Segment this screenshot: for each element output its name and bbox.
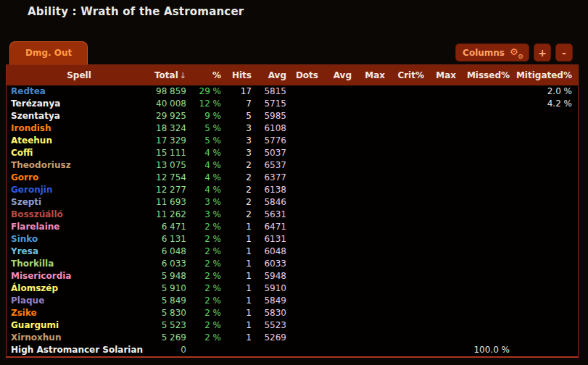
player-name[interactable]: High Astromancer Solarian [11, 345, 143, 355]
cell-max2 [430, 258, 462, 270]
table-row: Xirnoxhun5 2692 %15269 [7, 332, 578, 344]
cell-max [357, 172, 391, 184]
cell-crit [391, 258, 430, 270]
player-name[interactable]: Irondish [11, 123, 51, 133]
table-row: Theodoriusz13 0754 %26537 [7, 159, 578, 172]
player-name[interactable]: Yresa [11, 246, 38, 256]
column-header-[interactable]: % [192, 65, 227, 85]
player-name-cell: Guargumi [7, 319, 152, 332]
remove-column-button[interactable]: - [555, 43, 573, 62]
player-name[interactable]: Theodoriusz [11, 160, 71, 170]
cell-max [357, 258, 391, 270]
cell-pct: 9 % [192, 110, 227, 122]
table-row: Guargumi5 5232 %15523 [7, 319, 578, 332]
column-header-hits[interactable]: Hits [227, 65, 257, 85]
cell-missed [462, 98, 515, 110]
cell-crit [391, 110, 430, 122]
header-row: SpellTotal↓%HitsAvgDotsAvgMaxCrit%MaxMis… [7, 65, 578, 85]
cell-total: 98 859 [152, 85, 192, 98]
cell-avg: 5948 [257, 270, 292, 282]
player-name[interactable]: Coffi [11, 148, 33, 158]
table-row: Misericordia5 9482 %15948 [7, 270, 578, 282]
cell-missed [462, 221, 515, 233]
player-name[interactable]: Xirnoxhun [11, 332, 61, 343]
column-header-max-2[interactable]: Max [430, 65, 462, 85]
table-row: Geronjin12 2774 %26138 [7, 184, 578, 196]
column-header-mitigated[interactable]: Mitigated% [515, 65, 578, 85]
cell-hits: 1 [227, 282, 257, 295]
cell-avg2 [324, 209, 357, 221]
cell-avg [257, 344, 292, 356]
cell-dots [292, 196, 324, 209]
player-name[interactable]: Szentatya [11, 111, 60, 121]
player-name[interactable]: Sinko [11, 234, 38, 244]
cell-missed: 100.0 % [462, 344, 515, 356]
table-row: Thorkilla6 0332 %16033 [7, 258, 578, 270]
damage-panel: Dmg. Out Columns ⚙⚙ + - SpellTotal↓%Hits… [6, 41, 579, 358]
cell-hits: 2 [227, 196, 257, 209]
player-name[interactable]: Thorkilla [11, 259, 54, 269]
player-name[interactable]: Álomszép [11, 283, 58, 293]
add-column-button[interactable]: + [534, 43, 551, 62]
cell-max [357, 307, 391, 319]
cell-crit [391, 233, 430, 246]
player-name[interactable]: Guargumi [11, 320, 59, 330]
cell-mitigated [515, 282, 578, 295]
column-header-dots[interactable]: Dots [292, 65, 324, 85]
column-header-avg[interactable]: Avg [257, 65, 292, 85]
cell-max2 [430, 307, 462, 319]
cell-mitigated [515, 295, 578, 307]
cell-max2 [430, 221, 462, 233]
cell-avg: 5815 [257, 85, 292, 98]
table-row: Irondish18 3245 %36108 [7, 122, 578, 135]
cell-pct: 2 % [192, 258, 227, 270]
player-name-cell: Geronjin [7, 184, 152, 196]
cell-max [357, 221, 391, 233]
player-name[interactable]: Flarelaine [11, 222, 59, 232]
player-name[interactable]: Szepti [11, 197, 41, 207]
cell-max [357, 270, 391, 282]
player-name[interactable]: Misericordia [11, 271, 71, 281]
cell-avg: 6471 [257, 221, 292, 233]
page-title: Ability : Wrath of the Astromancer [28, 5, 244, 18]
cell-crit [391, 319, 430, 332]
table-row: Ateehun17 3295 %35776 [7, 135, 578, 147]
cell-mitigated [515, 221, 578, 233]
player-name[interactable]: Bosszúálló [11, 209, 63, 219]
cell-crit [391, 307, 430, 319]
player-name[interactable]: Redtea [11, 86, 46, 96]
column-header-max-2[interactable]: Max [357, 65, 391, 85]
columns-button[interactable]: Columns ⚙⚙ [455, 43, 529, 62]
column-header-total[interactable]: Total↓ [152, 65, 192, 85]
player-name[interactable]: Geronjin [11, 185, 52, 195]
cell-hits: 7 [227, 98, 257, 110]
player-name[interactable]: Terézanya [11, 98, 60, 109]
column-header-crit[interactable]: Crit% [391, 65, 430, 85]
cell-pct: 3 % [192, 196, 227, 209]
table-body: Redtea98 85929 %1758152.0 %Terézanya40 0… [7, 85, 578, 356]
player-name[interactable]: Zsike [11, 308, 37, 318]
table-row: Terézanya40 00812 %757154.2 % [7, 98, 578, 110]
cell-crit [391, 295, 430, 307]
cell-pct: 4 % [192, 184, 227, 196]
cell-dots [292, 246, 324, 258]
column-header-missed[interactable]: Missed% [462, 65, 515, 85]
column-header-avg-2[interactable]: Avg [324, 65, 357, 85]
player-name[interactable]: Gorro [11, 172, 38, 182]
player-name[interactable]: Ateehun [11, 135, 52, 146]
tab-dmg-out[interactable]: Dmg. Out [9, 41, 88, 64]
player-name-cell: Terézanya [7, 98, 152, 110]
cell-max [357, 196, 391, 209]
cell-max [357, 85, 391, 98]
cell-crit [391, 98, 430, 110]
cell-missed [462, 122, 515, 135]
player-name[interactable]: Plaque [11, 295, 44, 306]
cell-max2 [430, 332, 462, 344]
column-header-spell[interactable]: Spell [7, 65, 152, 85]
tab-bar: Dmg. Out Columns ⚙⚙ + - [6, 41, 579, 64]
cell-avg2 [324, 258, 357, 270]
cell-total: 0 [152, 344, 192, 356]
cell-missed [462, 282, 515, 295]
cell-mitigated: 4.2 % [515, 98, 578, 110]
cell-max [357, 332, 391, 344]
